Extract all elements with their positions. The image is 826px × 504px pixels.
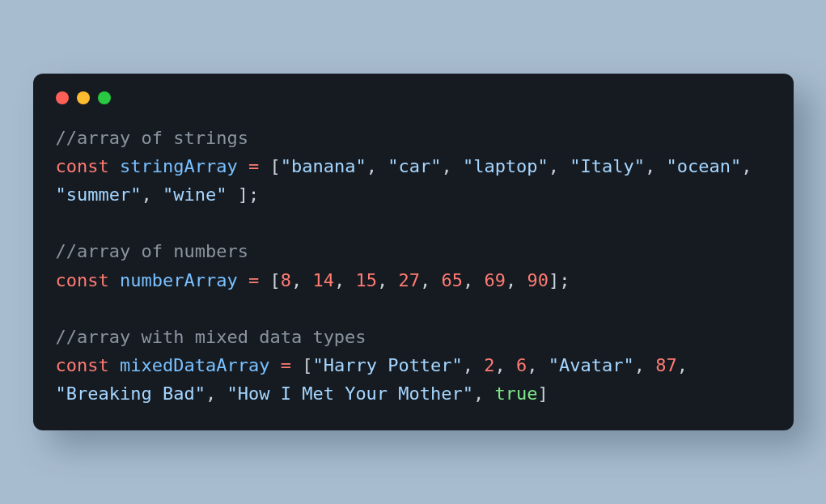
code-token: "laptop" [463, 156, 549, 176]
code-token: , [741, 156, 763, 176]
code-token: = [281, 355, 291, 375]
code-token: 8 [281, 270, 291, 290]
code-token [238, 156, 248, 176]
code-token: , [441, 156, 463, 176]
code-token: 6 [516, 355, 527, 375]
code-token: , [366, 156, 388, 176]
code-token [269, 355, 280, 375]
code-token: , [205, 383, 227, 404]
code-token: , [527, 355, 549, 375]
code-token: //array of numbers [56, 241, 248, 261]
code-token: "banana" [281, 156, 366, 176]
code-token: [ [302, 355, 312, 375]
code-token: "Harry Potter" [312, 355, 462, 375]
code-token: 90 [527, 270, 549, 290]
code-token: , [506, 270, 527, 290]
code-window: //array of strings const stringArray = [… [33, 74, 794, 431]
code-token: , [495, 355, 517, 375]
code-token: 27 [398, 270, 420, 290]
code-token: "Italy" [570, 156, 645, 176]
close-icon[interactable] [56, 91, 69, 104]
code-token [291, 355, 302, 375]
code-token: "ocean" [667, 156, 742, 176]
code-token: , [463, 355, 485, 375]
code-token: , [634, 355, 656, 375]
code-token: numberArray [120, 270, 238, 290]
code-token: , [141, 184, 163, 205]
code-token: , [334, 270, 356, 290]
code-token: "summer" [56, 184, 142, 205]
code-token: 14 [312, 270, 334, 290]
code-token: 69 [484, 270, 506, 290]
code-token: = [248, 156, 259, 176]
code-token: , [549, 156, 570, 176]
code-token: const [56, 156, 109, 176]
code-token: , [420, 270, 442, 290]
code-token: ]; [227, 184, 259, 205]
code-token: stringArray [120, 156, 238, 176]
code-token: ] [538, 383, 549, 404]
code-token: , [463, 270, 485, 290]
code-token: , [473, 383, 495, 404]
code-token: 65 [441, 270, 463, 290]
code-token: [ [269, 156, 280, 176]
code-token: "car" [388, 156, 441, 176]
code-token: 2 [484, 355, 494, 375]
code-token: mixedDataArray [120, 355, 269, 375]
minimize-icon[interactable] [77, 91, 90, 104]
code-token: true [495, 383, 538, 404]
code-token: ]; [549, 270, 570, 290]
code-token [109, 270, 120, 290]
window-titlebar [56, 91, 771, 104]
code-token: = [248, 270, 259, 290]
maximize-icon[interactable] [98, 91, 111, 104]
code-token: 15 [355, 270, 377, 290]
code-token: , [377, 270, 399, 290]
code-token [109, 156, 120, 176]
code-token: , [677, 355, 699, 375]
code-token: [ [269, 270, 280, 290]
code-token: , [645, 156, 667, 176]
code-token [259, 270, 269, 290]
code-token: , [291, 270, 313, 290]
code-token: const [56, 270, 109, 290]
code-token: //array with mixed data types [56, 327, 366, 347]
code-token [238, 270, 248, 290]
code-token: //array of strings [56, 128, 248, 148]
code-token: "Avatar" [549, 355, 634, 375]
code-token: "How I Met Your Mother" [227, 383, 473, 404]
code-block: //array of strings const stringArray = [… [56, 124, 771, 409]
code-token: 87 [655, 355, 677, 375]
code-token: "Breaking Bad" [56, 383, 205, 404]
code-token: const [56, 355, 109, 375]
code-token [109, 355, 120, 375]
code-token [259, 156, 269, 176]
code-token: "wine" [163, 184, 227, 205]
